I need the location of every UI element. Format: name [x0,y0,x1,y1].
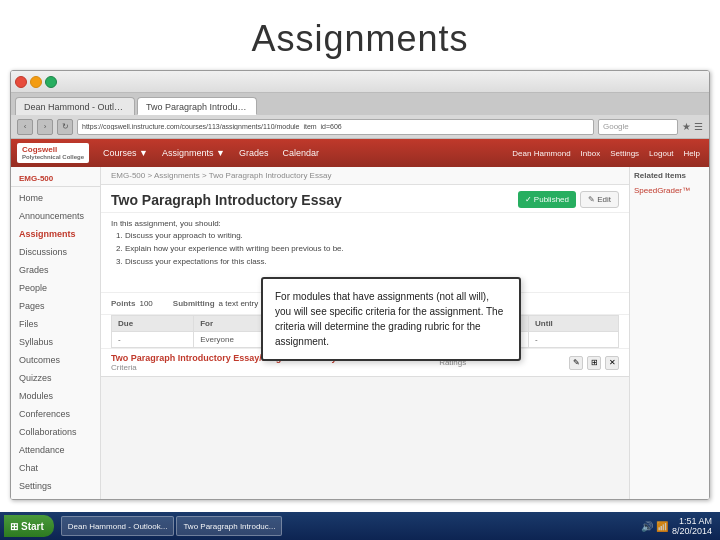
address-bar[interactable]: https://cogswell.instructure.com/courses… [77,119,594,135]
related-item-speedgrader[interactable]: SpeedGrader™ [634,184,705,197]
taskbar-system-icons: 🔊 📶 [641,521,668,532]
sidebar-item-syllabus[interactable]: Syllabus [11,333,100,351]
minimize-btn[interactable] [30,76,42,88]
requirement-3: Discuss your expectations for this class… [125,256,619,267]
related-items-title: Related Items [634,171,705,180]
reload-button[interactable]: ↻ [57,119,73,135]
taskbar-app-0[interactable]: Dean Hammond - Outlook... [61,516,175,536]
lms-nav-links: Courses ▼ Assignments ▼ Grades Calendar [97,144,509,162]
lms-logo: Cogswell Polytechnical College [17,143,89,164]
lms-navbar: Cogswell Polytechnical College Courses ▼… [11,139,709,167]
callout-box: For modules that have assignments (not a… [261,277,521,361]
assignment-row-sub: Criteria [111,363,336,372]
page-title-area: Assignments [0,0,720,70]
edit-button[interactable]: ✎ Edit [580,191,619,208]
table-header-due: Due [112,316,194,332]
browser-tab-1[interactable]: Two Paragraph Introductio... [137,97,257,115]
taskbar-sound-icon: 🔊 [641,521,653,532]
points-label: Points [111,299,135,308]
lms-nav-right: Dean Hammond Inbox Settings Logout Help [509,147,703,160]
requirement-1: Discuss your approach to writing. [125,230,619,241]
table-header-until: Until [529,316,619,332]
table-cell-due: - [112,332,194,348]
breadcrumb: EMG-500 > Assignments > Two Paragraph In… [101,167,629,185]
points-detail: Points 100 [111,299,153,308]
menu-icon[interactable]: ☰ [694,121,703,132]
nav-logout[interactable]: Logout [646,147,676,160]
page-title: Assignments [0,18,720,60]
assignment-header: Two Paragraph Introductory Essay ✓ Publi… [101,185,629,213]
taskbar-app-1[interactable]: Two Paragraph Introduc... [176,516,282,536]
maximize-btn[interactable] [45,76,57,88]
lms-content: EMG-500 Home Announcements Assignments D… [11,167,709,500]
sidebar-item-files[interactable]: Files [11,315,100,333]
sidebar-item-conferences[interactable]: Conferences [11,405,100,423]
bookmark-icon[interactable]: ★ [682,121,691,132]
forward-button[interactable]: › [37,119,53,135]
table-cell-until: - [529,332,619,348]
taskbar-right: 🔊 📶 1:51 AM 8/20/2014 [637,516,716,536]
toolbar-icons: ★ ☰ [682,121,703,132]
sidebar-course-code: EMG-500 [11,171,100,187]
browser-titlebar [11,71,709,93]
nav-settings[interactable]: Settings [607,147,642,160]
sidebar-item-home[interactable]: Home [11,189,100,207]
nav-calendar[interactable]: Calendar [276,144,325,162]
browser-tab-0[interactable]: Dean Hammond - Outlook... [15,97,135,115]
sidebar-item-people[interactable]: People [11,279,100,297]
sidebar-item-settings[interactable]: Settings [11,477,100,495]
sidebar-item-collaborations[interactable]: Collaborations [11,423,100,441]
sidebar-item-quizzes[interactable]: Quizzes [11,369,100,387]
row-icon-delete[interactable]: ✕ [605,356,619,370]
close-btn[interactable] [15,76,27,88]
nav-assignments[interactable]: Assignments ▼ [156,144,231,162]
search-box[interactable]: Google [598,119,678,135]
row-icon-copy[interactable]: ⊞ [587,356,601,370]
sidebar-item-attendance[interactable]: Attendance [11,441,100,459]
taskbar-apps: Dean Hammond - Outlook... Two Paragraph … [61,516,634,536]
sidebar: EMG-500 Home Announcements Assignments D… [11,167,101,500]
nav-help[interactable]: Help [681,147,703,160]
browser-tabs: Dean Hammond - Outlook... Two Paragraph … [11,93,709,115]
assignment-buttons: ✓ Published ✎ Edit [518,191,619,208]
assignment-requirements: Discuss your approach to writing. Explai… [125,230,619,268]
right-sidebar: Related Items SpeedGrader™ [629,167,709,500]
submitting-label: Submitting [173,299,215,308]
start-button[interactable]: ⊞ Start [4,515,54,537]
nav-courses[interactable]: Courses ▼ [97,144,154,162]
nav-user[interactable]: Dean Hammond [509,147,573,160]
sidebar-item-outcomes[interactable]: Outcomes [11,351,100,369]
sidebar-item-discussions[interactable]: Discussions [11,243,100,261]
browser-window: Dean Hammond - Outlook... Two Paragraph … [10,70,710,500]
sidebar-item-announcements[interactable]: Announcements [11,207,100,225]
taskbar: ⊞ Start Dean Hammond - Outlook... Two Pa… [0,512,720,540]
sidebar-item-chat[interactable]: Chat [11,459,100,477]
nav-grades[interactable]: Grades [233,144,275,162]
assignment-title: Two Paragraph Introductory Essay [111,192,342,208]
sidebar-item-grades[interactable]: Grades [11,261,100,279]
sidebar-item-assignments[interactable]: Assignments [11,225,100,243]
windows-icon: ⊞ [10,521,18,532]
main-panel: EMG-500 > Assignments > Two Paragraph In… [101,167,629,500]
requirement-2: Explain how your experience with writing… [125,243,619,254]
assignment-intro: In this assignment, you should: [111,219,619,228]
nav-inbox[interactable]: Inbox [578,147,604,160]
taskbar-time: 1:51 AM 8/20/2014 [672,516,712,536]
browser-addressbar: ‹ › ↻ https://cogswell.instructure.com/c… [11,115,709,139]
callout-text: For modules that have assignments (not a… [275,291,503,347]
assignment-row-icons: ✎ ⊞ ✕ [569,356,619,370]
sidebar-item-pages[interactable]: Pages [11,297,100,315]
points-value: 100 [139,299,152,308]
taskbar-network-icon: 📶 [656,521,668,532]
published-button[interactable]: ✓ Published [518,191,576,208]
row-icon-edit[interactable]: ✎ [569,356,583,370]
sidebar-item-modules[interactable]: Modules [11,387,100,405]
back-button[interactable]: ‹ [17,119,33,135]
